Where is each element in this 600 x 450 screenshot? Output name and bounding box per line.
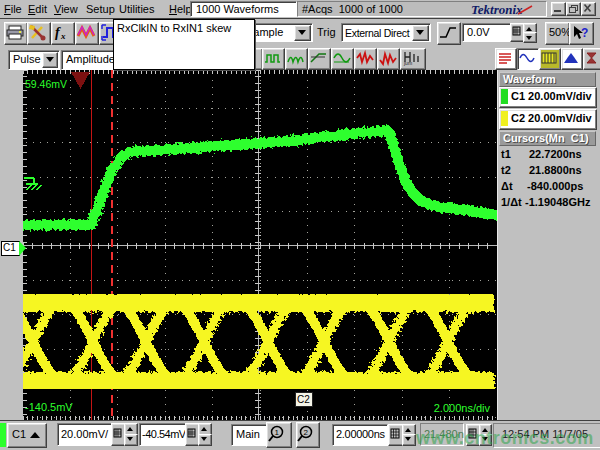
svg-text:x: x [60,31,66,41]
svg-text:-140.5mV: -140.5mV [25,401,73,413]
svg-text:C2: C2 [297,394,310,405]
svg-text:?: ? [581,26,588,40]
svg-text:2.000ns/div: 2.000ns/div [434,402,491,414]
svg-text:jum: jum [403,60,412,66]
svg-text:1: 1 [275,428,280,437]
svg-text:59.46mV: 59.46mV [25,78,67,90]
svg-text:2: 2 [304,428,309,437]
